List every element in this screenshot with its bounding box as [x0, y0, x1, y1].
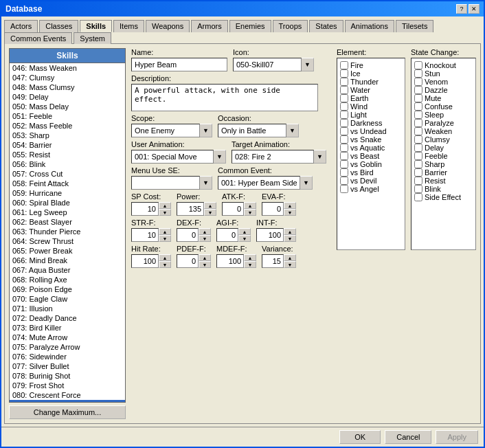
element-checkbox[interactable]	[340, 127, 348, 135]
power-spinner[interactable]: ▲ ▼	[204, 202, 216, 216]
list-item[interactable]: 066: Mind Break	[10, 256, 125, 265]
element-checkbox[interactable]	[340, 168, 348, 177]
help-button[interactable]: ?	[456, 4, 467, 14]
list-item[interactable]: 047: Clumsy	[10, 73, 125, 82]
list-item[interactable]: 080: Crescent Force	[10, 390, 125, 400]
element-checkbox-label[interactable]: vs Snake	[340, 135, 402, 144]
close-button[interactable]: ✕	[469, 4, 480, 14]
name-input[interactable]	[131, 58, 227, 71]
sp-cost-down[interactable]: ▼	[159, 209, 171, 216]
list-item[interactable]: 077: Silver Bullet	[10, 361, 125, 371]
state-checkbox[interactable]	[414, 102, 422, 111]
element-checkbox-label[interactable]: vs Beast	[340, 152, 402, 160]
atk-f-up[interactable]: ▲	[244, 202, 256, 209]
mdef-f-spinner[interactable]: ▲ ▼	[244, 254, 256, 268]
icon-browse-button[interactable]: ▼	[302, 58, 314, 71]
state-checkbox[interactable]	[414, 127, 422, 135]
state-checkbox-label[interactable]: Stun	[414, 69, 473, 78]
agi-f-up[interactable]: ▲	[238, 228, 251, 235]
variance-up[interactable]: ▲	[284, 254, 296, 261]
icon-input[interactable]	[233, 58, 302, 71]
tab-common-events[interactable]: Common Events	[4, 32, 72, 44]
element-checkbox[interactable]	[340, 102, 348, 111]
common-event-btn[interactable]: ▼	[300, 176, 313, 190]
agi-f-input[interactable]	[216, 228, 238, 242]
state-checkbox[interactable]	[414, 61, 422, 69]
str-f-input[interactable]	[131, 228, 159, 242]
element-checkbox-label[interactable]: Water	[340, 86, 402, 94]
list-item[interactable]: 055: Resist	[10, 150, 125, 159]
menu-se-btn[interactable]: ▼	[200, 176, 212, 190]
tab-weapons[interactable]: Weapons	[146, 20, 190, 32]
sp-cost-up[interactable]: ▲	[159, 202, 171, 209]
list-item[interactable]: 065: Power Break	[10, 246, 125, 256]
list-item[interactable]: 052: Mass Feeble	[10, 121, 125, 131]
str-f-up[interactable]: ▲	[159, 228, 171, 235]
state-checkbox-label[interactable]: Venom	[414, 78, 473, 86]
tab-troops[interactable]: Troops	[273, 20, 308, 32]
eva-f-input[interactable]	[262, 202, 284, 216]
state-checkbox-label[interactable]: Resist	[414, 177, 473, 185]
state-checkbox[interactable]	[414, 144, 422, 152]
dex-f-input[interactable]	[177, 228, 199, 242]
variance-spinner[interactable]: ▲ ▼	[284, 254, 296, 268]
tab-items[interactable]: Items	[113, 20, 144, 32]
int-f-down[interactable]: ▼	[284, 235, 296, 242]
user-anim-dropdown[interactable]: 001: Special Move	[131, 150, 214, 164]
common-event-dropdown[interactable]: 001: Hyper Beam Side	[218, 176, 300, 190]
state-checkbox[interactable]	[414, 94, 422, 102]
element-checkbox-label[interactable]: vs Goblin	[340, 160, 402, 168]
agi-f-spinner[interactable]: ▲ ▼	[238, 228, 251, 242]
list-item[interactable]: 076: Sidewinder	[10, 352, 125, 361]
list-item[interactable]: 053: Sharp	[10, 131, 125, 140]
element-checkbox-label[interactable]: Darkness	[340, 119, 402, 127]
list-item[interactable]: 078: Burinig Shot	[10, 371, 125, 381]
list-item[interactable]: 059: Hurricane	[10, 188, 125, 198]
apply-button[interactable]: Apply	[436, 430, 478, 444]
scope-dropdown[interactable]: One Enemy	[131, 124, 200, 137]
state-checkbox[interactable]	[414, 160, 422, 168]
sp-cost-input[interactable]	[131, 202, 159, 216]
element-checkbox-label[interactable]: Wind	[340, 102, 402, 111]
power-up[interactable]: ▲	[204, 202, 216, 209]
list-item[interactable]: 071: Illusion	[10, 304, 125, 313]
state-checkbox-label[interactable]: Sleep	[414, 111, 473, 119]
state-checkbox-label[interactable]: Weaken	[414, 127, 473, 135]
list-item[interactable]: 081: Hyper Beam	[10, 400, 125, 403]
state-checkbox-label[interactable]: Delay	[414, 144, 473, 152]
desc-input[interactable]: A powerful attack, with one side effect.	[131, 84, 318, 111]
occasion-dropdown[interactable]: Only in Battle	[218, 124, 286, 137]
element-checkbox-label[interactable]: vs Aquatic	[340, 144, 402, 152]
atk-f-down[interactable]: ▼	[244, 209, 256, 216]
element-checkbox-label[interactable]: Fire	[340, 61, 402, 69]
tab-animations[interactable]: Animations	[345, 20, 394, 32]
tab-skills[interactable]: Skills	[80, 20, 112, 32]
pdef-f-spinner[interactable]: ▲ ▼	[199, 254, 211, 268]
list-item[interactable]: 061: Leg Sweep	[10, 208, 125, 217]
state-checkbox-label[interactable]: Mute	[414, 94, 473, 102]
element-checkbox[interactable]	[340, 185, 348, 193]
tab-enemies[interactable]: Enemies	[229, 20, 271, 32]
agi-f-down[interactable]: ▼	[238, 235, 251, 242]
element-checkbox[interactable]	[340, 152, 348, 160]
list-item[interactable]: 051: Feeble	[10, 111, 125, 121]
state-checkbox[interactable]	[414, 111, 422, 119]
state-checkbox-label[interactable]: Blink	[414, 185, 473, 193]
power-down[interactable]: ▼	[204, 209, 216, 216]
hit-rate-down[interactable]: ▼	[159, 261, 171, 268]
element-checkbox-label[interactable]: Ice	[340, 69, 402, 78]
element-checkbox[interactable]	[340, 111, 348, 119]
list-item[interactable]: 046: Mass Weaken	[10, 63, 125, 73]
tab-states[interactable]: States	[309, 20, 343, 32]
list-item[interactable]: 064: Screw Thrust	[10, 236, 125, 246]
list-item[interactable]: 067: Aqua Buster	[10, 265, 125, 275]
state-checkbox-label[interactable]: Side Effect	[414, 193, 473, 201]
scope-dropdown-btn[interactable]: ▼	[200, 124, 212, 137]
power-input[interactable]	[177, 202, 204, 216]
mdef-f-input[interactable]	[216, 254, 244, 268]
variance-input[interactable]	[262, 254, 284, 268]
menu-se-input[interactable]	[131, 176, 200, 190]
int-f-up[interactable]: ▲	[284, 228, 296, 235]
list-item[interactable]: 070: Eagle Claw	[10, 294, 125, 304]
element-checkbox[interactable]	[340, 144, 348, 152]
